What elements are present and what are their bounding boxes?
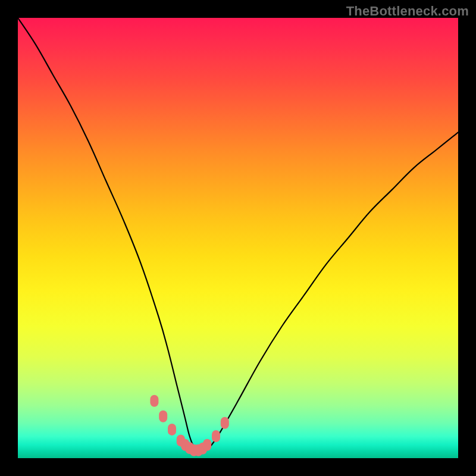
bottleneck-curve-path: [18, 18, 458, 452]
marker-point: [150, 395, 158, 407]
marker-point: [168, 424, 176, 436]
credit-watermark: TheBottleneck.com: [346, 4, 469, 19]
plot-area: [18, 18, 458, 458]
bottleneck-curve-svg: [18, 18, 458, 458]
marker-group: [150, 395, 228, 456]
marker-point: [221, 417, 229, 429]
marker-point: [212, 430, 220, 442]
marker-point: [159, 411, 167, 422]
marker-point: [203, 439, 211, 451]
chart-frame: TheBottleneck.com: [0, 0, 476, 476]
